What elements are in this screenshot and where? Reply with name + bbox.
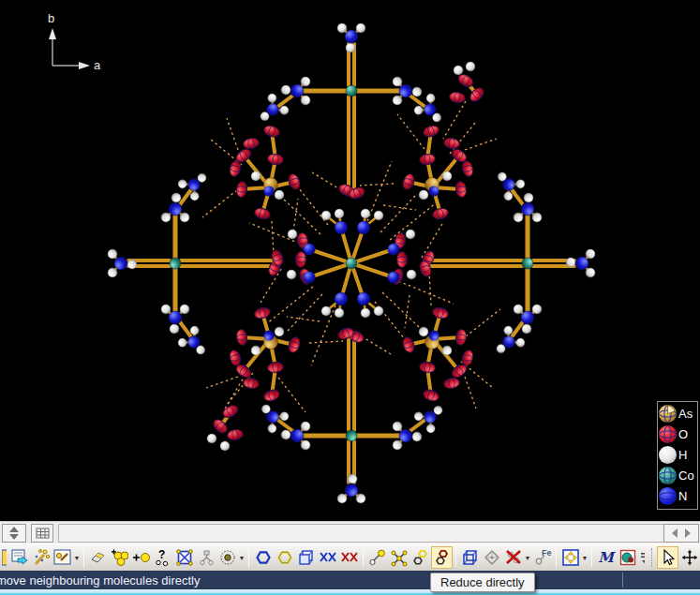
cross-complex-left: [108, 165, 285, 362]
add-atom-button[interactable]: [130, 546, 152, 569]
toolbar-separator: [556, 548, 557, 567]
arsenate-cluster-ul: [228, 124, 302, 220]
spanning-tree-button[interactable]: [388, 546, 410, 569]
cross-complex-top: [253, 23, 450, 201]
destroy-bonds-dropdown[interactable]: ▼: [524, 546, 531, 569]
legend-item-h: H: [659, 444, 697, 465]
wizard-button[interactable]: [30, 546, 52, 569]
packing-range-button[interactable]: [216, 546, 238, 569]
report-button[interactable]: [8, 546, 30, 569]
toolbar-options-button[interactable]: [638, 546, 647, 569]
toolbar-separator: [455, 548, 456, 567]
eraser-button[interactable]: [87, 546, 109, 569]
axis-a-label: a: [94, 58, 101, 72]
arsenate-cluster-ll: [228, 305, 302, 402]
legend-label: O: [678, 427, 688, 441]
tab-area[interactable]: [58, 524, 663, 543]
status-bar: move neighbouring molecules directly: [0, 571, 700, 589]
toolbar-separator: [363, 548, 364, 567]
legend-label: As: [678, 407, 693, 421]
window-edge-button[interactable]: [0, 546, 8, 569]
move-mode-button[interactable]: [678, 546, 700, 569]
status-separator: [622, 573, 623, 588]
picture-tool-button[interactable]: [52, 546, 73, 569]
packing-move-button[interactable]: [559, 546, 581, 569]
destroy-molecules-button[interactable]: [317, 546, 338, 569]
toolbar-grip[interactable]: [651, 548, 654, 567]
cluster-button[interactable]: [295, 546, 317, 569]
taskbar-edge: [0, 589, 700, 595]
o-sphere-icon: [659, 425, 677, 443]
outer-cluster-top-right: [449, 62, 486, 104]
scroll-left-icon[interactable]: [672, 528, 678, 538]
connectivity-button[interactable]: [195, 546, 216, 569]
complete-fragment-button[interactable]: ?: [152, 546, 173, 569]
measure-button[interactable]: M: [595, 546, 617, 569]
toolbar-separator: [248, 548, 249, 567]
add-atoms-button[interactable]: [109, 546, 130, 569]
measure-label: M: [598, 549, 614, 566]
application-window: b a As O H: [0, 0, 700, 595]
select-mode-button[interactable]: [657, 546, 678, 569]
picture-tool-dropdown[interactable]: ▼: [73, 546, 81, 569]
axis-b-label: b: [48, 11, 54, 25]
fe-label: Fe: [542, 548, 552, 558]
polyhedra-button[interactable]: [481, 546, 502, 569]
bottom-toolbar: ▼ ? ▼: [0, 543, 700, 571]
h-sphere-icon: [659, 446, 677, 464]
complete-fragments-button[interactable]: [274, 546, 295, 569]
destroy-bonds-button[interactable]: [502, 546, 524, 569]
destroy-all-molecules-button[interactable]: [338, 546, 360, 569]
as-sphere-icon: [659, 405, 677, 423]
expand-directly-button[interactable]: [410, 546, 431, 569]
molecular-scene[interactable]: b a: [0, 0, 700, 521]
co-sphere-icon: [659, 467, 677, 484]
legend-item-o: O: [659, 424, 697, 444]
tooltip-text: Reduce directly: [440, 575, 525, 589]
sheet-spinner[interactable]: [2, 524, 26, 543]
iron-atom-button[interactable]: Fe: [531, 546, 553, 569]
connect-atoms-button[interactable]: [366, 546, 388, 569]
arsenate-cluster-ur: [401, 124, 475, 220]
spinner-down-icon[interactable]: [9, 534, 19, 540]
structure-viewport[interactable]: b a As O H: [0, 0, 700, 521]
render-options-button[interactable]: [617, 546, 638, 569]
tooltip: Reduce directly: [430, 573, 535, 592]
packing-move-dropdown[interactable]: ▼: [581, 546, 588, 569]
legend-label: N: [678, 489, 687, 503]
n-sphere-icon: [659, 487, 677, 505]
packing-range-dropdown[interactable]: ▼: [238, 546, 246, 569]
toolbar-separator: [591, 548, 592, 567]
spinner-up-icon[interactable]: [9, 527, 19, 532]
legend-label: Co: [678, 469, 694, 483]
legend-item-n: N: [659, 485, 697, 506]
complete-molecules-button[interactable]: [252, 546, 274, 569]
toolbar-separator: [83, 548, 84, 567]
table-grid-icon: [36, 528, 50, 539]
legend-item-as: As: [659, 403, 697, 424]
unit-cell-button[interactable]: [459, 546, 481, 569]
reduce-directly-button[interactable]: [431, 546, 453, 569]
outer-cluster-bottom-left: [207, 403, 244, 451]
axis-indicator: b a: [48, 11, 101, 72]
cross-complex-bottom: [253, 326, 450, 503]
tab-strip: [0, 521, 700, 543]
scroll-right-icon[interactable]: [685, 528, 691, 538]
element-legend: As O H Co N: [657, 401, 698, 510]
status-text: move neighbouring molecules directly: [0, 573, 201, 588]
tab-scroll-buttons[interactable]: [663, 524, 699, 543]
legend-item-co: Co: [659, 465, 697, 485]
table-view-button[interactable]: [31, 524, 53, 543]
central-complex: [287, 209, 416, 318]
legend-label: H: [678, 448, 687, 462]
arsenate-cluster-lr: [401, 305, 475, 402]
cross-complex-right: [418, 165, 595, 362]
svg-text:?: ?: [158, 548, 165, 561]
fill-unit-cell-button[interactable]: [173, 546, 195, 569]
